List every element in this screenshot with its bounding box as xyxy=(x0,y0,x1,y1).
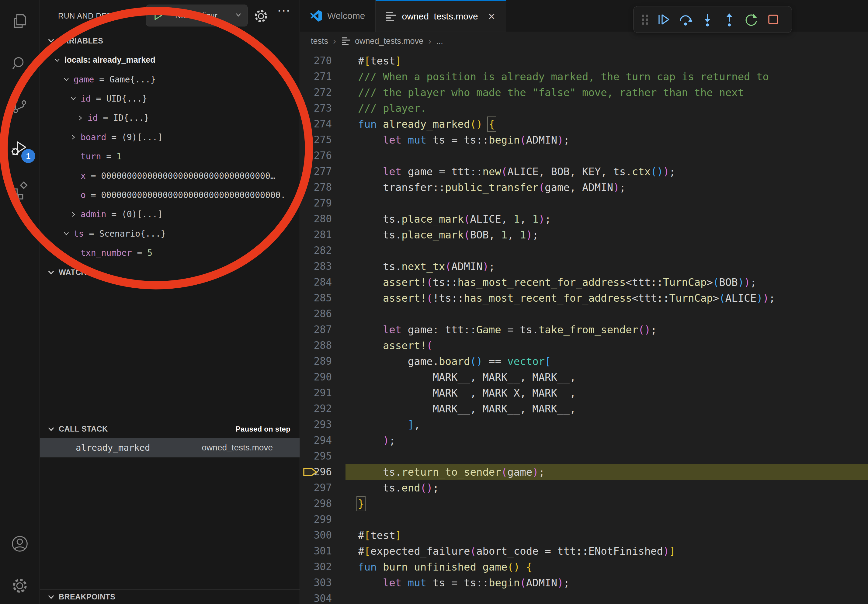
current-frame-icon xyxy=(303,468,318,477)
code-line[interactable]: 283 ts.next_tx(ADMIN); xyxy=(300,259,868,274)
start-debug-button[interactable] xyxy=(146,5,170,26)
code-line[interactable]: 298} xyxy=(300,496,868,511)
more-actions-icon[interactable]: ⋯ xyxy=(274,2,293,24)
breadcrumb-item-tests[interactable]: tests xyxy=(311,37,328,46)
code-line[interactable]: 289 game.board() == vector[ xyxy=(300,353,868,369)
call-stack-section-header[interactable]: CALL STACK Paused on step xyxy=(40,421,299,437)
stop-button[interactable] xyxy=(763,9,783,30)
variable-row[interactable]: admin = (0)[...] xyxy=(40,205,299,224)
paused-status-badge: Paused on step xyxy=(236,425,290,434)
breadcrumb: tests › owned_tests.move › ... xyxy=(300,32,868,51)
code-line[interactable]: 292 MARK__, MARK__, MARK__, xyxy=(300,401,868,417)
variable-row[interactable]: x = 000000000000000000000000000000000… xyxy=(40,166,299,185)
debug-config-dropdown[interactable]: No Configur xyxy=(146,5,248,26)
watch-section-header[interactable]: WATCH xyxy=(40,264,299,280)
code-line[interactable]: 275 let mut ts = ts::begin(ADMIN); xyxy=(300,132,868,148)
chevron-right-icon xyxy=(70,133,77,141)
chevron-down-icon xyxy=(234,10,247,21)
step-into-button[interactable] xyxy=(698,9,718,30)
restart-button[interactable] xyxy=(741,9,761,30)
sidebar-title: RUN AND DEBUG xyxy=(58,12,124,20)
debug-settings-gear-icon[interactable] xyxy=(253,8,269,24)
step-over-button[interactable] xyxy=(676,9,696,30)
variable-row[interactable]: game = Game{...} xyxy=(40,70,299,89)
code-line[interactable]: 286 xyxy=(300,306,868,322)
play-icon xyxy=(153,10,163,21)
chevron-down-icon xyxy=(63,230,70,237)
extensions-icon[interactable] xyxy=(0,172,40,209)
code-line[interactable]: 279 xyxy=(300,195,868,211)
code-line[interactable]: 285 assert!(!ts::has_most_recent_for_add… xyxy=(300,290,868,306)
code-line[interactable]: 287 let game: ttt::Game = ts.take_from_s… xyxy=(300,322,868,338)
code-line[interactable]: 270#[test] xyxy=(300,53,868,69)
code-line[interactable]: 288 assert!( xyxy=(300,338,868,353)
code-line[interactable]: 280 ts.place_mark(ALICE, 1, 1); xyxy=(300,211,868,227)
code-line[interactable]: 297 ts.end(); xyxy=(300,480,868,496)
variables-section-header[interactable]: VARIABLES xyxy=(40,32,299,49)
code-line[interactable]: 291 MARK__, MARK_X, MARK__, xyxy=(300,385,868,401)
code-line[interactable]: 302fun burn_unfinished_game() { xyxy=(300,559,868,575)
breadcrumb-item-file[interactable]: owned_tests.move xyxy=(355,37,423,46)
toolbar-drag-grip[interactable] xyxy=(639,14,652,25)
step-out-button[interactable] xyxy=(719,9,739,30)
code-line[interactable]: 296 ts.return_to_sender(game); xyxy=(300,464,868,480)
chevron-right-icon xyxy=(70,211,77,218)
code-line[interactable]: 300#[test] xyxy=(300,527,868,543)
chevron-down-icon xyxy=(54,57,61,64)
code-line[interactable]: 299 xyxy=(300,511,868,527)
debug-toolbar xyxy=(633,6,792,33)
source-control-icon[interactable] xyxy=(0,87,40,124)
tab-welcome[interactable]: Welcome xyxy=(300,0,376,32)
code-line[interactable]: 274fun already_marked() { xyxy=(300,116,868,132)
variable-row[interactable]: turn = 1 xyxy=(40,147,299,166)
code-line[interactable]: 281 ts.place_mark(BOB, 1, 1); xyxy=(300,227,868,243)
run-debug-sidebar: RUN AND DEBUG No Configur ⋯ VARIABLES lo… xyxy=(40,0,300,604)
code-lines: 270#[test]271/// When a position is alre… xyxy=(300,51,868,604)
variable-row[interactable]: txn_number = 5 xyxy=(40,243,299,262)
code-line[interactable]: 293 ], xyxy=(300,417,868,432)
chevron-right-icon xyxy=(77,115,84,122)
code-line[interactable]: 273/// player. xyxy=(300,101,868,116)
code-line[interactable]: 278 transfer::public_transfer(game, ADMI… xyxy=(300,180,868,195)
chevron-down-icon xyxy=(70,95,77,102)
code-line[interactable]: 282 xyxy=(300,243,868,259)
code-line[interactable]: 276 xyxy=(300,148,868,164)
variable-row[interactable]: board = (9)[...] xyxy=(40,128,299,147)
variable-row[interactable]: o = 00000000000000000000000000000000000. xyxy=(40,186,299,205)
call-stack-frame[interactable]: already_marked owned_tests.move xyxy=(40,438,299,457)
code-line[interactable]: 303 let mut ts = ts::begin(ADMIN); xyxy=(300,575,868,591)
search-icon[interactable] xyxy=(0,46,40,82)
code-line[interactable]: 295 xyxy=(300,448,868,464)
breadcrumb-item-symbol[interactable]: ... xyxy=(436,37,443,46)
run-and-debug-icon[interactable]: 1 xyxy=(0,131,40,167)
code-line[interactable]: 284 assert!(ts::has_most_recent_for_addr… xyxy=(300,274,868,290)
config-dropdown-label: No Configur xyxy=(170,11,234,20)
breadcrumb-separator: › xyxy=(428,36,431,46)
activity-bar: 1 xyxy=(0,0,40,604)
breakpoints-section-header[interactable]: BREAKPOINTS xyxy=(40,589,299,604)
continue-button[interactable] xyxy=(654,9,674,30)
settings-gear-icon[interactable] xyxy=(0,567,40,604)
tab-owned-tests-move[interactable]: owned_tests.move ✕ xyxy=(376,0,506,32)
code-line[interactable]: 294 ); xyxy=(300,432,868,448)
variable-row[interactable]: id = ID{...} xyxy=(40,108,299,127)
move-file-icon xyxy=(342,36,350,46)
breadcrumb-separator: › xyxy=(333,36,336,46)
close-tab-icon[interactable]: ✕ xyxy=(488,11,496,22)
explorer-icon[interactable] xyxy=(0,3,40,40)
vscode-logo-icon xyxy=(310,10,322,22)
code-line[interactable]: 301#[expected_failure(abort_code = ttt::… xyxy=(300,543,868,559)
variable-row[interactable]: locals: already_marked xyxy=(40,51,299,70)
editor-group: Welcome owned_tests.move ✕ tests › owned… xyxy=(300,0,868,604)
variables-tree: locals: already_markedgame = Game{...}id… xyxy=(40,51,299,262)
variable-row[interactable]: id = UID{...} xyxy=(40,89,299,108)
code-line[interactable]: 277 let game = ttt::new(ALICE, BOB, KEY,… xyxy=(300,164,868,180)
chevron-down-icon xyxy=(63,76,70,83)
move-file-icon xyxy=(386,10,396,23)
code-line[interactable]: 271/// When a position is already marked… xyxy=(300,69,868,85)
code-line[interactable]: 272/// the player who made the "false" m… xyxy=(300,85,868,101)
variable-row[interactable]: ts = Scenario{...} xyxy=(40,224,299,243)
code-line[interactable]: 290 MARK__, MARK__, MARK__, xyxy=(300,369,868,385)
account-icon[interactable] xyxy=(0,525,40,562)
code-line[interactable]: 304 xyxy=(300,591,868,604)
